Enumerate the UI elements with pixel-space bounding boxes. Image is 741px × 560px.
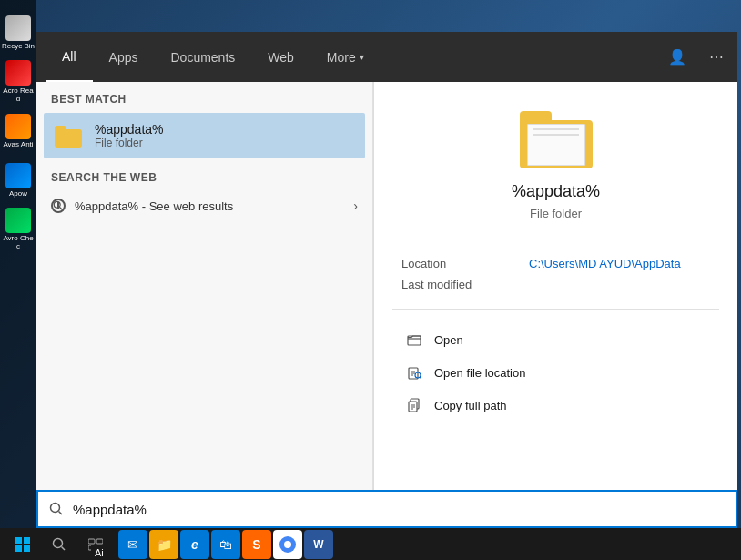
ellipsis-icon[interactable]: ⋯ — [705, 44, 728, 70]
location-row: Location C:\Users\MD AYUD\AppData — [401, 253, 710, 274]
action-file-location-label: Open file location — [434, 366, 525, 380]
folder-icon-small — [55, 124, 84, 148]
divider-mid — [392, 309, 719, 310]
taskbar-chrome-app[interactable] — [273, 530, 302, 559]
svg-line-8 — [59, 512, 63, 515]
chrome-icon — [279, 535, 297, 554]
copy-path-icon — [405, 396, 423, 414]
best-match-item[interactable]: %appdata% File folder — [44, 113, 365, 158]
svg-rect-15 — [88, 539, 95, 544]
recycle-label: Recyc Bin — [2, 43, 35, 51]
start-button[interactable] — [5, 528, 41, 560]
taskbar-store-app[interactable]: 🛍 — [211, 530, 240, 559]
avro-label: Avro Chec — [2, 235, 35, 251]
ai-label[interactable]: Ai — [91, 545, 107, 560]
action-open-file-location[interactable]: Open file location — [401, 356, 710, 389]
keyboard-icon-img — [5, 163, 31, 188]
recycle-bin-icon[interactable]: Recyc Bin — [2, 9, 35, 56]
acrobat-icon[interactable]: Acro Read — [2, 58, 35, 106]
svg-rect-11 — [15, 545, 22, 552]
left-panel: Best match %appdata% File folder Search … — [36, 82, 373, 528]
keyboard-label: Apow — [9, 190, 27, 199]
acrobat-icon-img — [5, 60, 31, 86]
start-menu: All Apps Documents Web More ▾ 👤 ⋯ Best m… — [36, 32, 737, 528]
open-icon — [405, 331, 423, 349]
svg-rect-10 — [24, 537, 30, 544]
desktop-icons-panel: Recyc Bin Acro Read Avas Anti Apow Avro … — [0, 0, 36, 528]
modified-row: Last modified — [401, 274, 710, 295]
action-open[interactable]: Open — [401, 323, 710, 356]
main-content: Best match %appdata% File folder Search … — [36, 82, 737, 528]
svg-point-20 — [284, 541, 291, 548]
avro-icon-img — [5, 208, 31, 233]
search-bar-icon — [49, 502, 64, 516]
best-match-header: Best match — [36, 82, 372, 113]
folder-icon-large — [520, 109, 593, 168]
avast-icon[interactable]: Avas Anti — [2, 107, 35, 155]
search-bar[interactable] — [36, 490, 737, 528]
divider-top — [392, 239, 719, 239]
tab-web[interactable]: Web — [251, 32, 310, 82]
result-title: %appdata% — [512, 182, 600, 201]
windows-icon — [15, 537, 30, 552]
search-web-query: %appdata% - See web results — [75, 199, 233, 213]
result-subtitle: File folder — [530, 207, 582, 220]
right-panel: %appdata% File folder Location C:\Users\… — [373, 82, 737, 528]
svg-line-14 — [62, 546, 66, 550]
taskbar: ✉ 📁 e 🛍 S W — [0, 528, 741, 560]
location-label: Location — [401, 257, 511, 270]
search-magnifier-icon — [51, 199, 66, 213]
location-value[interactable]: C:\Users\MD AYUD\AppData — [529, 257, 681, 270]
keyboard-icon[interactable]: Apow — [2, 157, 35, 204]
modified-label: Last modified — [401, 278, 511, 291]
svg-rect-12 — [24, 545, 30, 552]
tabs-bar: All Apps Documents Web More ▾ 👤 ⋯ — [36, 32, 737, 82]
action-open-label: Open — [434, 333, 463, 347]
tab-apps[interactable]: Apps — [93, 32, 155, 82]
search-web-item[interactable]: %appdata% - See web results › — [36, 191, 372, 220]
search-input[interactable] — [73, 502, 725, 517]
folder-paper — [527, 124, 585, 166]
taskbar-word-app[interactable]: W — [304, 530, 333, 559]
svg-line-1 — [59, 207, 62, 209]
recycle-icon-img — [5, 15, 31, 41]
taskbar-search-button[interactable] — [41, 528, 77, 560]
svg-point-0 — [54, 201, 60, 208]
taskbar-sublime-app[interactable]: S — [242, 530, 271, 559]
svg-point-13 — [54, 538, 63, 547]
avast-label: Avas Anti — [3, 141, 33, 149]
info-section: Location C:\Users\MD AYUD\AppData Last m… — [392, 253, 719, 295]
tab-documents[interactable]: Documents — [154, 32, 251, 82]
search-web-header: Search the web — [36, 158, 372, 191]
action-copy-full-path[interactable]: Copy full path — [401, 389, 710, 422]
avro-icon[interactable]: Avro Chec — [2, 206, 35, 253]
file-location-icon — [405, 363, 423, 382]
acrobat-label: Acro Read — [2, 87, 35, 104]
taskbar-apps: ✉ 📁 e 🛍 S W — [118, 530, 333, 559]
tab-all[interactable]: All — [46, 32, 93, 82]
taskbar-explorer-app[interactable]: 📁 — [149, 530, 178, 559]
avast-icon-img — [5, 114, 31, 139]
taskbar-search-icon — [52, 537, 66, 552]
svg-point-7 — [51, 504, 60, 513]
actions-section: Open Open file location — [392, 323, 719, 422]
taskbar-mail-app[interactable]: ✉ — [118, 530, 147, 559]
tabs-right-actions: 👤 ⋯ — [664, 44, 728, 70]
person-icon[interactable]: 👤 — [664, 44, 691, 70]
best-match-type: File folder — [95, 137, 164, 149]
more-dropdown-arrow: ▾ — [360, 52, 364, 62]
svg-rect-9 — [15, 537, 22, 544]
best-match-text: %appdata% File folder — [95, 122, 164, 149]
taskbar-edge-app[interactable]: e — [180, 530, 209, 559]
search-web-arrow: › — [353, 199, 358, 213]
svg-rect-16 — [96, 539, 103, 544]
action-copy-path-label: Copy full path — [434, 399, 507, 412]
tab-more[interactable]: More ▾ — [310, 32, 381, 82]
best-match-name: %appdata% — [95, 122, 164, 137]
